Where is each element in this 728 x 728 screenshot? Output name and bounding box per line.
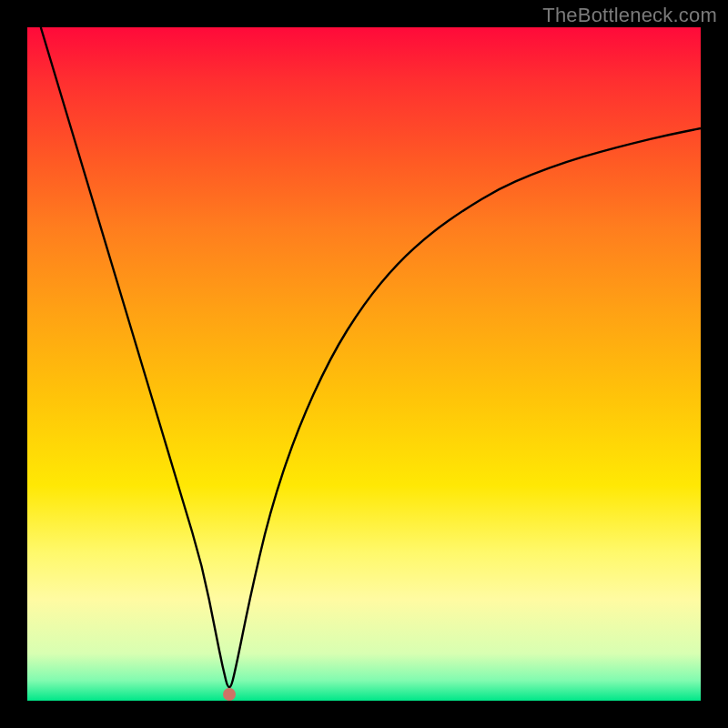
- bottleneck-curve: [27, 27, 701, 701]
- curve-path: [41, 27, 701, 687]
- chart-plot-area: [27, 27, 701, 701]
- optimal-point-dot: [223, 688, 236, 701]
- watermark-text: TheBottleneck.com: [542, 4, 717, 27]
